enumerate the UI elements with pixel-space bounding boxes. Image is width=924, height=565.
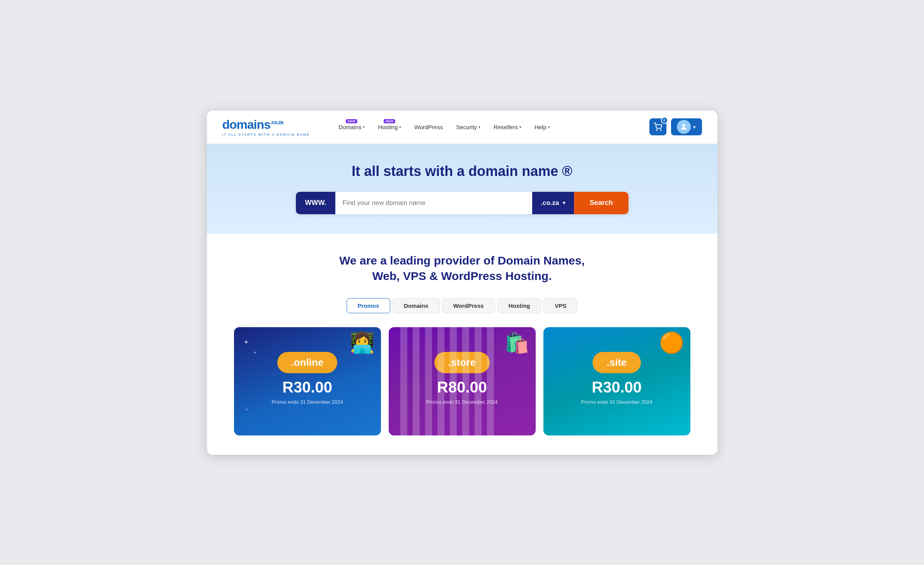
nav-item-hosting[interactable]: NEW Hosting ▾ [372,121,406,133]
hero-section: It all starts with a domain name ® WWW. … [207,144,717,234]
sparkle-icon: ✦ [243,338,249,347]
chevron-down-icon: ▾ [693,124,696,130]
nav-label-resellers: Resellers [494,124,518,130]
chevron-down-icon: ▾ [563,200,565,206]
tld-value: .co.za [541,199,559,207]
hero-title: It all starts with a domain name ® [222,163,702,179]
promo-card-site[interactable]: · 🟠 .site R30.00 Promo ends 31 December … [543,327,690,435]
nav-item-help[interactable]: Help ▾ [529,121,555,133]
nav-item-wordpress[interactable]: WordPress [409,121,448,133]
user-icon [680,123,688,131]
promo-card-online[interactable]: ✦ ✦ + · 👩‍💻 .online R30.00 Promo ends 31… [234,327,381,435]
www-label: WWW. [296,192,336,214]
provider-title: We are a leading provider of Domain Name… [222,253,702,284]
promo-ends: Promo ends 31 December 2024 [272,399,343,405]
cart-icon [654,123,662,131]
avatar [677,120,691,134]
nav-label-domains: Domains [338,124,361,130]
domains-badge: NEW [346,119,357,123]
chevron-down-icon: ▾ [519,125,521,129]
card-illustration: 🟠 [659,331,684,355]
logo-tagline: IT ALL STARTS WITH A DOMAIN NAME [222,133,310,137]
chevron-down-icon: ▾ [478,125,480,129]
nav-label-hosting: Hosting [378,124,398,130]
nav-item-resellers[interactable]: Resellers ▾ [488,121,527,133]
svg-point-0 [656,130,657,130]
promo-tld: .online [277,352,338,373]
card-illustration: 🛍️ [504,331,529,355]
chevron-down-icon: ▾ [363,125,365,129]
tabs-row: Promos Domains WordPress Hosting VPS [222,298,702,313]
promo-price: R30.00 [592,379,642,396]
sparkle-icon: + [246,407,248,412]
promo-card-store[interactable]: 🛍️ .store R80.00 Promo ends 31 December … [389,327,536,435]
svg-point-1 [660,130,661,130]
nav-label-wordpress: WordPress [414,124,443,130]
sparkle-icon: · [675,416,676,420]
promo-tld: .site [593,352,640,373]
logo-text: domains.co.za [222,118,310,132]
tab-hosting[interactable]: Hosting [497,298,541,313]
nav-label-help: Help [535,124,547,130]
cart-count: 0 [661,117,668,124]
promo-price: R30.00 [282,379,332,396]
cart-button[interactable]: 0 [649,118,666,135]
chevron-down-icon: ▾ [548,125,550,129]
tab-vps[interactable]: VPS [543,298,577,313]
sparkle-icon: · [239,366,240,369]
tab-wordpress[interactable]: WordPress [442,298,495,313]
domain-search-bar: WWW. .co.za ▾ Search [296,192,629,214]
nav-label-security: Security [456,124,477,130]
hosting-badge: NEW [384,119,395,123]
main-content: We are a leading provider of Domain Name… [207,234,717,455]
sparkle-icon: ✦ [253,350,256,355]
search-input[interactable] [335,192,532,214]
nav-links: NEW Domains ▾ NEW Hosting ▾ WordPress Se… [333,121,649,133]
user-button[interactable]: ▾ [671,118,702,135]
logo[interactable]: domains.co.za IT ALL STARTS WITH A DOMAI… [222,118,310,137]
nav-item-security[interactable]: Security ▾ [451,121,486,133]
nav-item-domains[interactable]: NEW Domains ▾ [333,121,370,133]
promo-cards: ✦ ✦ + · 👩‍💻 .online R30.00 Promo ends 31… [222,327,702,435]
svg-point-2 [682,124,685,127]
tab-promos[interactable]: Promos [347,298,391,313]
browser-window: domains.co.za IT ALL STARTS WITH A DOMAI… [207,111,717,455]
nav-actions: 0 ▾ [649,118,702,135]
card-illustration: 👩‍💻 [350,331,375,355]
promo-ends: Promo ends 31 December 2024 [581,399,652,405]
tab-domains[interactable]: Domains [393,298,439,313]
tld-selector[interactable]: .co.za ▾ [532,192,574,214]
chevron-down-icon: ▾ [399,125,401,129]
search-button[interactable]: Search [574,192,628,214]
navbar: domains.co.za IT ALL STARTS WITH A DOMAI… [207,111,717,144]
